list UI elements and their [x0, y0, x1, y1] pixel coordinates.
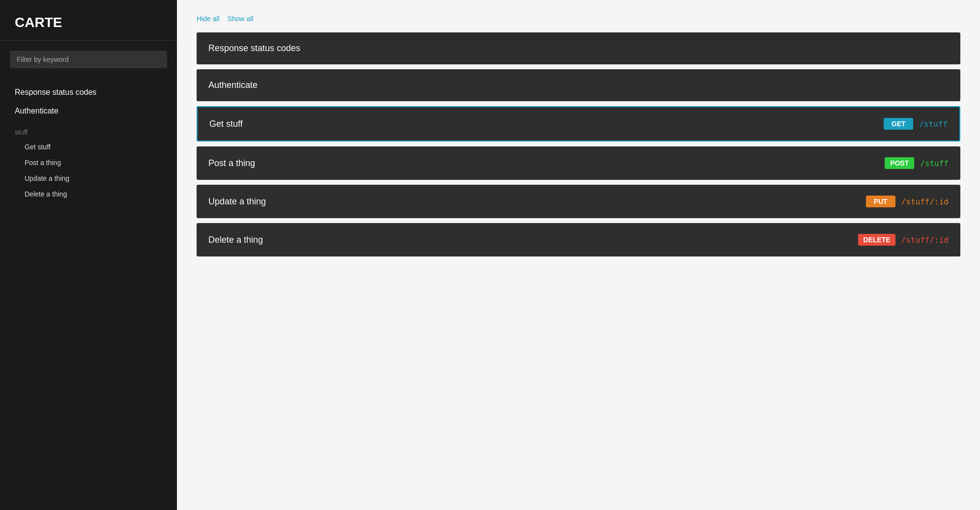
sidebar-item-response-status-codes[interactable]: Response status codes	[0, 83, 177, 102]
endpoint-title: Update a thing	[208, 197, 266, 207]
endpoint-header: Authenticate	[197, 69, 960, 101]
endpoints-list: Response status codes Authenticate Get s…	[197, 32, 960, 256]
show-all-link[interactable]: Show all	[228, 15, 254, 23]
sidebar-item-get-stuff[interactable]: Get stuff	[0, 139, 177, 155]
endpoint-path: /stuff/:id	[901, 197, 949, 206]
endpoint-right: POST /stuff	[885, 157, 949, 169]
endpoint-right: PUT /stuff/:id	[866, 196, 949, 207]
endpoint-path: /stuff/:id	[901, 235, 949, 245]
endpoint-header: Update a thing PUT /stuff/:id	[197, 185, 960, 218]
endpoint-right: DELETE /stuff/:id	[858, 234, 949, 246]
top-controls: Hide all Show all	[197, 15, 960, 23]
endpoint-right: GET /stuff	[884, 118, 948, 130]
endpoint-header: Get stuff GET /stuff	[198, 107, 959, 141]
filter-container	[0, 41, 177, 78]
sidebar-item-update-a-thing[interactable]: Update a thing	[0, 170, 177, 186]
hide-all-link[interactable]: Hide all	[197, 15, 220, 23]
sidebar-item-authenticate[interactable]: Authenticate	[0, 102, 177, 120]
method-badge-put: PUT	[866, 196, 895, 207]
sidebar: CARTE Response status codes Authenticate…	[0, 0, 177, 510]
sidebar-group-stuff: stuff	[0, 120, 177, 139]
endpoint-header: Delete a thing DELETE /stuff/:id	[197, 223, 960, 256]
endpoint-path: /stuff	[920, 159, 949, 168]
endpoint-card-get-stuff[interactable]: Get stuff GET /stuff	[197, 106, 960, 142]
sidebar-nav: Response status codes Authenticate stuff…	[0, 78, 177, 510]
endpoint-title: Response status codes	[208, 43, 300, 54]
endpoint-header: Post a thing POST /stuff	[197, 146, 960, 180]
method-badge-post: POST	[885, 157, 914, 169]
endpoint-card-authenticate[interactable]: Authenticate	[197, 69, 960, 101]
filter-input[interactable]	[10, 51, 167, 68]
endpoint-card-post-a-thing[interactable]: Post a thing POST /stuff	[197, 146, 960, 180]
endpoint-title: Post a thing	[208, 158, 255, 169]
endpoint-path: /stuff	[919, 119, 948, 129]
method-badge-get: GET	[884, 118, 913, 130]
endpoint-header: Response status codes	[197, 32, 960, 64]
sidebar-item-delete-a-thing[interactable]: Delete a thing	[0, 186, 177, 202]
endpoint-card-update-a-thing[interactable]: Update a thing PUT /stuff/:id	[197, 185, 960, 218]
endpoint-card-delete-a-thing[interactable]: Delete a thing DELETE /stuff/:id	[197, 223, 960, 256]
sidebar-item-post-a-thing[interactable]: Post a thing	[0, 155, 177, 170]
endpoint-card-response-status-codes[interactable]: Response status codes	[197, 32, 960, 64]
endpoint-title: Authenticate	[208, 80, 258, 90]
method-badge-delete: DELETE	[858, 234, 895, 246]
app-title: CARTE	[0, 0, 177, 41]
endpoint-title: Get stuff	[209, 119, 243, 129]
endpoint-title: Delete a thing	[208, 235, 263, 245]
main-content: Hide all Show all Response status codes …	[177, 0, 980, 510]
